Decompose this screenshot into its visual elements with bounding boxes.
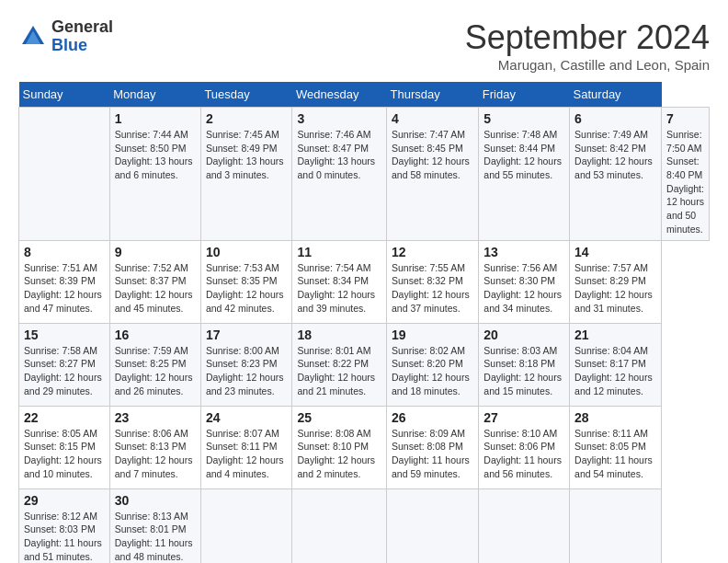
day-info: Sunrise: 8:12 AM Sunset: 8:03 PM Dayligh… (24, 511, 102, 562)
day-cell-14: 14Sunrise: 7:57 AM Sunset: 8:29 PM Dayli… (570, 240, 662, 323)
day-number: 26 (392, 410, 473, 425)
day-cell-26: 26Sunrise: 8:09 AM Sunset: 8:08 PM Dayli… (387, 406, 479, 488)
empty-cell (200, 488, 292, 563)
day-cell-8: 8Sunrise: 7:51 AM Sunset: 8:39 PM Daylig… (19, 240, 110, 323)
day-cell-28: 28Sunrise: 8:11 AM Sunset: 8:05 PM Dayli… (570, 406, 662, 488)
day-number: 24 (206, 410, 288, 425)
day-cell-24: 24Sunrise: 8:07 AM Sunset: 8:11 PM Dayli… (200, 406, 292, 488)
day-number: 20 (483, 327, 564, 342)
day-info: Sunrise: 7:47 AM Sunset: 8:45 PM Dayligh… (392, 129, 470, 180)
day-number: 28 (574, 410, 656, 425)
title-block: September 2024 Marugan, Castille and Leo… (465, 18, 710, 73)
day-info: Sunrise: 8:03 AM Sunset: 8:18 PM Dayligh… (483, 345, 562, 396)
day-info: Sunrise: 7:51 AM Sunset: 8:39 PM Dayligh… (24, 262, 102, 314)
day-number: 6 (574, 111, 656, 126)
day-cell-7: 7Sunrise: 7:50 AM Sunset: 8:40 PM Daylig… (662, 108, 710, 241)
logo-general: General (51, 17, 113, 36)
day-info: Sunrise: 8:02 AM Sunset: 8:20 PM Dayligh… (392, 345, 470, 396)
week-row-5: 29Sunrise: 8:12 AM Sunset: 8:03 PM Dayli… (19, 488, 710, 563)
day-number: 11 (297, 245, 381, 259)
day-number: 25 (297, 410, 381, 425)
week-row-4: 22Sunrise: 8:05 AM Sunset: 8:15 PM Dayli… (19, 406, 710, 488)
empty-cell (19, 108, 110, 241)
day-cell-6: 6Sunrise: 7:49 AM Sunset: 8:42 PM Daylig… (570, 108, 662, 241)
col-header-monday: Monday (109, 82, 200, 108)
day-info: Sunrise: 7:59 AM Sunset: 8:25 PM Dayligh… (115, 345, 193, 396)
day-number: 21 (574, 327, 656, 342)
day-cell-15: 15Sunrise: 7:58 AM Sunset: 8:27 PM Dayli… (19, 323, 110, 406)
day-info: Sunrise: 8:08 AM Sunset: 8:10 PM Dayligh… (297, 428, 375, 479)
day-number: 8 (24, 245, 105, 259)
day-number: 4 (392, 111, 473, 126)
day-cell-1: 1Sunrise: 7:44 AM Sunset: 8:50 PM Daylig… (109, 108, 200, 241)
day-cell-12: 12Sunrise: 7:55 AM Sunset: 8:32 PM Dayli… (387, 240, 479, 323)
day-info: Sunrise: 7:50 AM Sunset: 8:40 PM Dayligh… (666, 129, 707, 235)
day-number: 22 (24, 410, 105, 425)
col-header-saturday: Saturday (570, 82, 662, 108)
day-number: 2 (206, 111, 288, 126)
location: Marugan, Castille and Leon, Spain (465, 57, 710, 73)
day-info: Sunrise: 7:57 AM Sunset: 8:29 PM Dayligh… (574, 262, 653, 314)
day-cell-17: 17Sunrise: 8:00 AM Sunset: 8:23 PM Dayli… (200, 323, 292, 406)
day-info: Sunrise: 8:05 AM Sunset: 8:15 PM Dayligh… (24, 428, 102, 479)
col-header-wednesday: Wednesday (292, 82, 387, 108)
day-number: 27 (483, 410, 564, 425)
empty-cell (387, 488, 479, 563)
col-header-friday: Friday (479, 82, 570, 108)
day-info: Sunrise: 7:52 AM Sunset: 8:37 PM Dayligh… (115, 262, 193, 314)
day-number: 1 (115, 111, 196, 126)
day-cell-16: 16Sunrise: 7:59 AM Sunset: 8:25 PM Dayli… (109, 323, 200, 406)
day-cell-20: 20Sunrise: 8:03 AM Sunset: 8:18 PM Dayli… (479, 323, 570, 406)
day-number: 10 (206, 245, 288, 259)
week-row-1: 1Sunrise: 7:44 AM Sunset: 8:50 PM Daylig… (19, 108, 710, 241)
day-number: 16 (115, 327, 196, 342)
week-row-2: 8Sunrise: 7:51 AM Sunset: 8:39 PM Daylig… (19, 240, 710, 323)
day-cell-29: 29Sunrise: 8:12 AM Sunset: 8:03 PM Dayli… (19, 488, 110, 563)
month-title: September 2024 (465, 18, 710, 57)
day-number: 17 (206, 327, 288, 342)
day-info: Sunrise: 7:55 AM Sunset: 8:32 PM Dayligh… (392, 262, 470, 314)
day-cell-19: 19Sunrise: 8:02 AM Sunset: 8:20 PM Dayli… (387, 323, 479, 406)
col-header-tuesday: Tuesday (200, 82, 292, 108)
day-info: Sunrise: 8:04 AM Sunset: 8:17 PM Dayligh… (574, 345, 653, 396)
day-number: 12 (392, 245, 473, 259)
day-info: Sunrise: 7:45 AM Sunset: 8:49 PM Dayligh… (206, 129, 284, 180)
day-info: Sunrise: 7:53 AM Sunset: 8:35 PM Dayligh… (206, 262, 284, 314)
day-info: Sunrise: 8:13 AM Sunset: 8:01 PM Dayligh… (115, 511, 193, 562)
day-info: Sunrise: 7:58 AM Sunset: 8:27 PM Dayligh… (24, 345, 102, 396)
day-number: 9 (115, 245, 196, 259)
day-number: 23 (115, 410, 196, 425)
day-info: Sunrise: 7:44 AM Sunset: 8:50 PM Dayligh… (115, 129, 193, 180)
logo-blue: Blue (51, 36, 87, 54)
day-info: Sunrise: 8:09 AM Sunset: 8:08 PM Dayligh… (392, 428, 470, 479)
day-number: 19 (392, 327, 473, 342)
day-cell-27: 27Sunrise: 8:10 AM Sunset: 8:06 PM Dayli… (479, 406, 570, 488)
col-header-sunday: Sunday (19, 82, 110, 108)
day-cell-13: 13Sunrise: 7:56 AM Sunset: 8:30 PM Dayli… (479, 240, 570, 323)
day-cell-9: 9Sunrise: 7:52 AM Sunset: 8:37 PM Daylig… (109, 240, 200, 323)
day-info: Sunrise: 8:00 AM Sunset: 8:23 PM Dayligh… (206, 345, 284, 396)
day-cell-4: 4Sunrise: 7:47 AM Sunset: 8:45 PM Daylig… (387, 108, 479, 241)
day-number: 3 (297, 111, 381, 126)
day-info: Sunrise: 7:56 AM Sunset: 8:30 PM Dayligh… (483, 262, 562, 314)
day-cell-10: 10Sunrise: 7:53 AM Sunset: 8:35 PM Dayli… (200, 240, 292, 323)
day-info: Sunrise: 7:54 AM Sunset: 8:34 PM Dayligh… (297, 262, 375, 314)
day-number: 5 (483, 111, 564, 126)
day-info: Sunrise: 8:07 AM Sunset: 8:11 PM Dayligh… (206, 428, 284, 479)
day-cell-25: 25Sunrise: 8:08 AM Sunset: 8:10 PM Dayli… (292, 406, 387, 488)
day-cell-2: 2Sunrise: 7:45 AM Sunset: 8:49 PM Daylig… (200, 108, 292, 241)
day-cell-22: 22Sunrise: 8:05 AM Sunset: 8:15 PM Dayli… (19, 406, 110, 488)
day-info: Sunrise: 8:01 AM Sunset: 8:22 PM Dayligh… (297, 345, 375, 396)
day-cell-3: 3Sunrise: 7:46 AM Sunset: 8:47 PM Daylig… (292, 108, 387, 241)
day-cell-21: 21Sunrise: 8:04 AM Sunset: 8:17 PM Dayli… (570, 323, 662, 406)
day-info: Sunrise: 7:46 AM Sunset: 8:47 PM Dayligh… (297, 129, 375, 180)
day-cell-30: 30Sunrise: 8:13 AM Sunset: 8:01 PM Dayli… (109, 488, 200, 563)
logo-icon (18, 22, 48, 52)
week-row-3: 15Sunrise: 7:58 AM Sunset: 8:27 PM Dayli… (19, 323, 710, 406)
day-info: Sunrise: 8:06 AM Sunset: 8:13 PM Dayligh… (115, 428, 193, 479)
day-number: 30 (115, 493, 196, 508)
col-header-thursday: Thursday (387, 82, 479, 108)
logo: General Blue (18, 18, 113, 55)
empty-cell (292, 488, 387, 563)
day-cell-23: 23Sunrise: 8:06 AM Sunset: 8:13 PM Dayli… (109, 406, 200, 488)
